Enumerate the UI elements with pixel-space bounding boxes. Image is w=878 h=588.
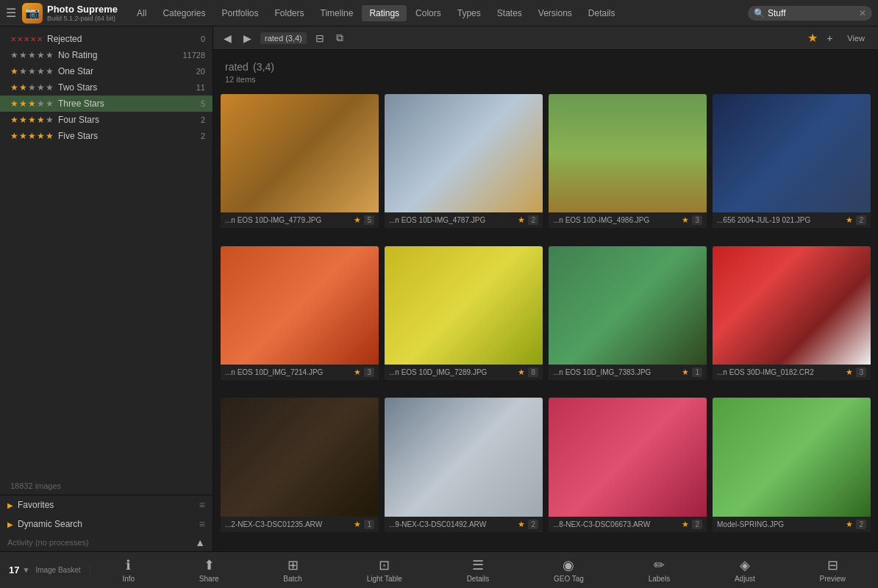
- rating-item-four-stars[interactable]: ★★★★★Four Stars2: [0, 112, 213, 128]
- rejected-star: ✕: [37, 35, 43, 43]
- app-name: Photo Supreme: [47, 4, 118, 15]
- sidebar-bottom-item-favorites[interactable]: ▶Favorites≡: [0, 495, 213, 514]
- photo-card[interactable]: ...n EOS 10D-IMG_4986.JPG★3: [549, 94, 707, 240]
- nav-tab-colors[interactable]: Colors: [408, 5, 449, 21]
- nav-tab-types[interactable]: Types: [450, 5, 488, 21]
- star-filter-button[interactable]: ★: [807, 31, 818, 45]
- rating-item-three-stars[interactable]: ★★★★★Three Stars5: [0, 96, 213, 112]
- bottom-action-preview[interactable]: ⊟Preview: [812, 554, 853, 586]
- basket-section: 17 ▼ Image Basket: [0, 564, 90, 576]
- photo-star-icon: ★: [846, 368, 853, 377]
- photo-count: 3: [364, 368, 374, 377]
- geo tag-label: GEO Tag: [554, 575, 584, 583]
- rating-item-two-stars[interactable]: ★★★★★Two Stars11: [0, 79, 213, 96]
- bottom-action-geo-tag[interactable]: ◉GEO Tag: [546, 554, 591, 586]
- photo-card[interactable]: ...n EOS 30D-IMG_0182.CR2★3: [713, 246, 871, 392]
- bottom-action-adjust[interactable]: ◈Adjust: [727, 554, 763, 586]
- photo-star-icon: ★: [354, 368, 361, 377]
- search-clear-icon[interactable]: ✕: [859, 8, 866, 18]
- photo-caption: ...n EOS 10D-IMG_4986.JPG★3: [549, 212, 707, 228]
- nav-tab-categories[interactable]: Categories: [155, 5, 213, 21]
- menu-icon[interactable]: ☰: [6, 6, 16, 20]
- bottom-action-batch[interactable]: ⊞Batch: [276, 554, 310, 586]
- empty-star: ★: [19, 50, 27, 60]
- photo-card[interactable]: ...8-NEX-C3-DSC06673.ARW★2: [549, 398, 707, 544]
- filter-icon[interactable]: ⊟: [313, 31, 327, 46]
- photo-card[interactable]: ...2-NEX-C3-DSC01235.ARW★1: [221, 398, 379, 544]
- bottom-action-light-table[interactable]: ⊡Light Table: [360, 554, 410, 586]
- photo-count: 2: [528, 215, 538, 225]
- filter-tag-label: rated (3,4): [265, 34, 302, 43]
- light table-label: Light Table: [367, 575, 402, 583]
- empty-star: ★: [46, 82, 54, 93]
- photo-card[interactable]: ...n EOS 10D-IMG_4779.JPG★5: [221, 94, 379, 240]
- sidebar-bottom-label: Favorites: [18, 500, 195, 510]
- rating-item-rejected[interactable]: ✕✕✕✕✕Rejected0: [0, 31, 213, 47]
- expand-icon: ▶: [7, 501, 13, 509]
- empty-star: ★: [46, 66, 54, 76]
- photo-caption: ...n EOS 30D-IMG_0182.CR2★3: [713, 365, 871, 380]
- forward-button[interactable]: ▶: [240, 31, 254, 46]
- photo-card[interactable]: Model-SPRING.JPG★2: [713, 398, 871, 544]
- photo-count: 2: [856, 215, 866, 225]
- rating-item-no-rating[interactable]: ★★★★★No Rating11728: [0, 47, 213, 63]
- filled-star: ★: [28, 115, 36, 125]
- search-icon: 🔍: [754, 8, 765, 18]
- rating-item-five-stars[interactable]: ★★★★★Five Stars2: [0, 128, 213, 144]
- filled-star: ★: [37, 131, 45, 141]
- nav-tab-portfolios[interactable]: Portfolios: [214, 5, 265, 21]
- adjust-icon: ◈: [740, 557, 750, 573]
- photo-card[interactable]: ...n EOS 10D-IMG_4787.JPG★2: [385, 94, 543, 240]
- photo-card[interactable]: ...656 2004-JUL-19 021.JPG★2: [713, 94, 871, 240]
- sidebar-bottom-item-dynamic-search[interactable]: ▶Dynamic Search≡: [0, 514, 213, 534]
- activity-bar: Activity (no processes) ▲: [0, 534, 213, 551]
- photo-filename: ...n EOS 10D-IMG_4787.JPG: [389, 216, 515, 224]
- add-button[interactable]: ▲: [195, 537, 205, 548]
- photo-caption: Model-SPRING.JPG★2: [713, 517, 871, 532]
- photo-card[interactable]: ...n EOS 10D_IMG_7214.JPG★3: [221, 246, 379, 392]
- images-count: 18832 images: [0, 477, 213, 495]
- stars-display: ★★★★★: [10, 98, 54, 109]
- sidebar-more-icon[interactable]: ≡: [199, 499, 205, 511]
- rejected-star: ✕: [24, 35, 29, 43]
- photo-card[interactable]: ...n EOS 10D_IMG_7289.JPG★8: [385, 246, 543, 392]
- nav-tab-versions[interactable]: Versions: [531, 5, 579, 21]
- empty-star: ★: [46, 115, 54, 125]
- share-label: Share: [199, 575, 219, 583]
- rating-label: Four Stars: [58, 115, 179, 125]
- geo tag-icon: ◉: [563, 557, 574, 573]
- search-input[interactable]: [768, 8, 856, 18]
- empty-star: ★: [46, 98, 54, 109]
- rating-label: Three Stars: [58, 98, 179, 109]
- layers-icon[interactable]: ⧉: [333, 30, 346, 46]
- nav-tab-timeline[interactable]: Timeline: [313, 5, 361, 21]
- content-area: ◀ ▶ rated (3,4) ⊟ ⧉ ★ + View rated (3,4)…: [213, 26, 878, 551]
- bottom-actions: ℹInfo⬆Share⊞Batch⊡Light Table☰Details◉GE…: [90, 554, 878, 586]
- labels-icon: ✏: [654, 557, 665, 573]
- bottom-action-share[interactable]: ⬆Share: [192, 554, 226, 586]
- content-title: rated (3,4): [225, 56, 866, 75]
- view-button[interactable]: View: [841, 31, 871, 46]
- nav-tab-states[interactable]: States: [490, 5, 529, 21]
- nav-tab-folders[interactable]: Folders: [267, 5, 311, 21]
- sidebar-more-icon[interactable]: ≡: [199, 518, 205, 530]
- empty-star: ★: [37, 82, 45, 93]
- photo-card[interactable]: ...n EOS 10D_IMG_7383.JPG★1: [549, 246, 707, 392]
- photo-thumbnail: [713, 94, 871, 212]
- photo-star-icon: ★: [682, 215, 689, 225]
- bottom-action-labels[interactable]: ✏Labels: [641, 554, 677, 586]
- rating-item-one-star[interactable]: ★★★★★One Star20: [0, 63, 213, 79]
- stars-display: ★★★★★: [10, 50, 54, 60]
- photo-card[interactable]: ...9-NEX-C3-DSC01492.ARW★2: [385, 398, 543, 544]
- nav-tab-ratings[interactable]: Ratings: [362, 5, 407, 21]
- bottom-action-info[interactable]: ℹInfo: [115, 554, 142, 586]
- expand-icon: ▶: [7, 520, 13, 528]
- photo-filename: ...n EOS 10D_IMG_7289.JPG: [389, 368, 515, 376]
- bottom-action-details[interactable]: ☰Details: [460, 554, 497, 586]
- nav-tab-details[interactable]: Details: [581, 5, 623, 21]
- basket-arrow-icon[interactable]: ▼: [22, 566, 29, 574]
- photo-caption: ...9-NEX-C3-DSC01492.ARW★2: [385, 517, 543, 532]
- nav-tab-all[interactable]: All: [129, 5, 154, 21]
- back-button[interactable]: ◀: [221, 31, 235, 46]
- add-filter-button[interactable]: +: [824, 31, 835, 46]
